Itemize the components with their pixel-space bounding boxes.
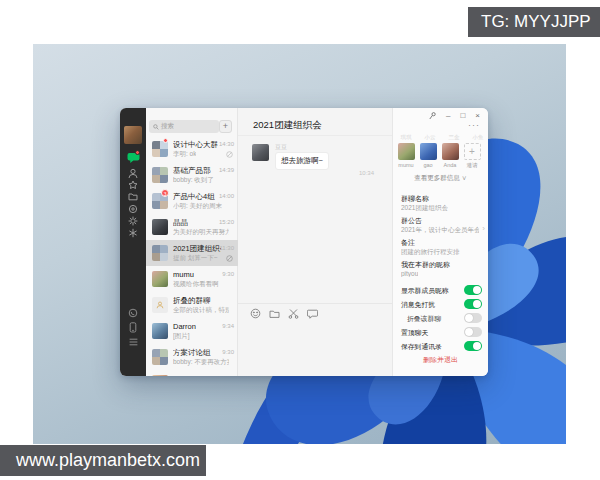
member-avatar[interactable] (398, 143, 415, 160)
input-toolbar (238, 303, 392, 323)
screenshot-icon[interactable] (288, 308, 299, 319)
close-button[interactable]: × (475, 111, 480, 121)
invite-button[interactable]: + (464, 143, 481, 160)
toggle-row: 消息免打扰 (393, 298, 488, 310)
settings-icon[interactable] (120, 216, 146, 226)
toggle-label: 消息免打扰 (401, 300, 435, 310)
message-sender-avatar[interactable] (252, 144, 269, 161)
chat-preview: bobby: 不要再改方案了 (173, 358, 229, 367)
remark-label: 备注 (401, 238, 415, 248)
chat-time: 15:20 (219, 219, 234, 225)
chat-time: 9:34 (222, 323, 234, 329)
mobile-icon[interactable] (120, 322, 146, 333)
toggle-row: 保存到通讯录 (393, 340, 488, 352)
member-avatar[interactable] (442, 143, 459, 160)
chat-preview: 小明: 美好的周末 (173, 202, 222, 211)
chat-area: 2021团建组织会 豆豆 想去旅游啊~ 10:34 (238, 108, 392, 376)
chat-title: 2021团建组织会 (173, 244, 221, 254)
chat-list-item[interactable]: mumu 视频给你看看啊 9:30 (146, 266, 238, 292)
search-placeholder: 搜索 (161, 122, 174, 131)
view-more-group-info[interactable]: 查看更多群信息 ∨ (393, 174, 488, 183)
chat-icon[interactable] (120, 152, 146, 164)
add-chat-button[interactable]: + (219, 120, 232, 133)
folded-group-icon (156, 301, 164, 309)
pin-icon[interactable] (429, 112, 436, 120)
toggle-row: 置顶聊天 (393, 326, 488, 338)
chat-list-item[interactable]: 设计中心大群 李明: ok 14:30 (146, 136, 238, 162)
chevron-right-icon[interactable]: › (482, 224, 485, 233)
contact-avatar (152, 375, 168, 376)
contacts-icon[interactable] (120, 168, 146, 179)
chat-list-item[interactable]: 3 产品中心4组 小明: 美好的周末 14:00 (146, 188, 238, 214)
avatar[interactable] (124, 126, 142, 144)
mute-icon (226, 151, 233, 158)
delete-and-exit-button[interactable]: 删除并退出 (393, 355, 488, 365)
maximize-button[interactable]: □ (460, 111, 465, 121)
group-avatar (152, 349, 168, 365)
chat-list-item[interactable]: 方案讨论组 bobby: 不要再改方案了 9:30 (146, 344, 238, 370)
toggle-label: 保存到通讯录 (401, 342, 442, 352)
toggle-row: 折叠该群聊 (393, 312, 488, 324)
emoji-icon[interactable] (250, 308, 261, 319)
member[interactable]: mumu (395, 143, 417, 168)
contact-avatar (152, 219, 168, 235)
mini-programs-icon[interactable] (120, 228, 146, 238)
favorites-icon[interactable] (120, 180, 146, 190)
chat-preview: [图片] (173, 332, 190, 341)
chat-list-item-selected[interactable]: 2021团建组织会 提前 划算一下~ 11:30 (146, 240, 238, 266)
search-icon (153, 124, 159, 130)
chat-title: 基础产品部 (173, 166, 211, 176)
chat-list-item[interactable]: Darron [图片] 9:34 (146, 318, 238, 344)
message-input[interactable] (238, 323, 392, 376)
chat-title: Darron (173, 322, 196, 331)
chat-title: 晶晶 (173, 218, 188, 228)
chat-list-item[interactable]: 基础产品部 bobby: 收到了 14:39 (146, 162, 238, 188)
phone-icon[interactable] (120, 308, 146, 318)
chat-title: 设计中心大群 (173, 140, 218, 150)
member-name: 小云 (419, 134, 441, 141)
my-alias-value[interactable]: pityou (401, 270, 418, 277)
chat-preview: 视频给你看看啊 (173, 280, 219, 289)
member[interactable]: gao (417, 143, 439, 168)
window-controls: – □ × (429, 111, 480, 121)
member-name: gao (417, 162, 439, 168)
mute-icon (226, 255, 233, 262)
chat-time: 14:00 (219, 193, 234, 199)
chat-more-button[interactable]: ··· (468, 120, 480, 130)
toggle-label: 显示群成员昵称 (401, 286, 449, 296)
chat-time: 14:30 (219, 141, 234, 147)
chat-list-item[interactable]: 折叠的群聊 全部的设计稿，特别棒了不是一… (146, 292, 238, 318)
file-icon[interactable] (269, 309, 280, 319)
menu-icon[interactable] (120, 338, 146, 346)
minimize-button[interactable]: – (446, 111, 450, 121)
chat-time: 9:30 (222, 271, 234, 277)
scrolled-member-names: 琪琪 小云 三金 小鱼 (393, 134, 488, 141)
group-name-label: 群聊名称 (401, 194, 429, 204)
member[interactable]: Anda (439, 143, 461, 168)
group-announcement-value[interactable]: 2021年，设计中心全员年会地点选在… (401, 226, 479, 235)
chat-unread-badge (135, 150, 140, 155)
pin-chat-toggle[interactable] (464, 327, 482, 337)
invite-label: 邀请 (461, 162, 483, 169)
chat-history-icon[interactable] (307, 309, 318, 319)
chat-list-item[interactable]: 晶晶 为美好的明天再努力一下 15:20 (146, 214, 238, 240)
chat-preview: 李明: ok (173, 150, 196, 159)
files-icon[interactable] (120, 192, 146, 201)
show-member-alias-toggle[interactable] (464, 285, 482, 295)
remark-value[interactable]: 团建的旅行行程安排 (401, 248, 460, 257)
save-to-contacts-toggle[interactable] (464, 341, 482, 351)
group-name-value: 2021团建组织会 (401, 204, 448, 213)
chat-header: 2021团建组织会 (238, 108, 392, 136)
chat-list-item[interactable]: Becca 8:20 (146, 370, 238, 376)
chat-title: Becca (173, 374, 194, 376)
mute-notifications-toggle[interactable] (464, 299, 482, 309)
invite-member[interactable]: + 邀请 (461, 143, 483, 169)
folded-chats-avatar (152, 297, 168, 313)
moments-icon[interactable] (120, 204, 146, 214)
chat-time: 9:30 (222, 349, 234, 355)
search-input[interactable]: 搜索 (149, 120, 219, 133)
group-info-panel: ··· 琪琪 小云 三金 小鱼 mumu gao Anda + 邀请 查看更多群… (392, 108, 488, 376)
fold-group-toggle[interactable] (464, 313, 482, 323)
member-avatar[interactable] (420, 143, 437, 160)
group-avatar (152, 141, 168, 157)
